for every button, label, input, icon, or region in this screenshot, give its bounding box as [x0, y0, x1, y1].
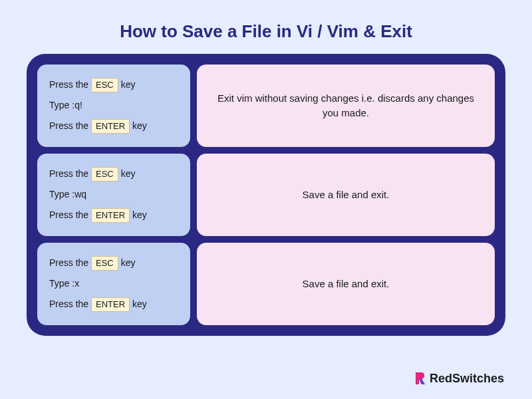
step-line: Press the ESC key: [49, 78, 178, 92]
step-line: Press the ESC key: [49, 256, 178, 271]
key-badge: ENTER: [91, 297, 130, 312]
key-badge: ESC: [91, 78, 118, 92]
brand-icon: [414, 371, 426, 386]
steps-cell: Press the ESC key Type :x Press the ENTE…: [37, 243, 190, 325]
table-row: Press the ESC key Type :wq Press the ENT…: [37, 154, 495, 236]
brand-logo: RedSwitches: [414, 371, 504, 386]
description-cell: Exit vim without saving changes i.e. dis…: [197, 65, 495, 147]
steps-cell: Press the ESC key Type :q! Press the ENT…: [37, 65, 190, 147]
step-text: Press the: [49, 257, 91, 268]
description-cell: Save a file and exit.: [197, 243, 495, 325]
step-line: Press the ESC key: [49, 167, 178, 182]
step-line: Press the ENTER key: [49, 208, 178, 223]
step-text: Press the: [49, 120, 91, 131]
step-line: Press the ENTER key: [49, 119, 178, 134]
step-line: Type :q!: [49, 99, 178, 112]
step-line: Type :x: [49, 277, 178, 291]
step-line: Press the ENTER key: [49, 297, 178, 312]
table-row: Press the ESC key Type :q! Press the ENT…: [37, 65, 495, 147]
key-badge: ESC: [91, 256, 118, 271]
table-row: Press the ESC key Type :x Press the ENTE…: [37, 243, 495, 325]
page-title: How to Save a File in Vi / Vim & Exit: [0, 0, 532, 54]
step-text: key: [118, 79, 136, 90]
step-text: key: [130, 120, 147, 131]
step-text: key: [118, 168, 136, 179]
steps-cell: Press the ESC key Type :wq Press the ENT…: [37, 154, 190, 236]
description-cell: Save a file and exit.: [197, 154, 495, 236]
brand-name: RedSwitches: [430, 372, 504, 386]
key-badge: ESC: [91, 167, 118, 182]
step-text: Press the: [49, 299, 91, 309]
step-text: key: [118, 257, 136, 268]
key-badge: ENTER: [91, 119, 130, 134]
step-text: Press the: [49, 79, 91, 90]
step-text: Press the: [49, 209, 91, 220]
step-text: key: [130, 209, 147, 220]
key-badge: ENTER: [91, 208, 130, 223]
step-text: Press the: [49, 168, 91, 179]
cheatsheet-container: Press the ESC key Type :q! Press the ENT…: [27, 54, 505, 336]
step-line: Type :wq: [49, 188, 178, 201]
step-text: key: [130, 299, 147, 309]
